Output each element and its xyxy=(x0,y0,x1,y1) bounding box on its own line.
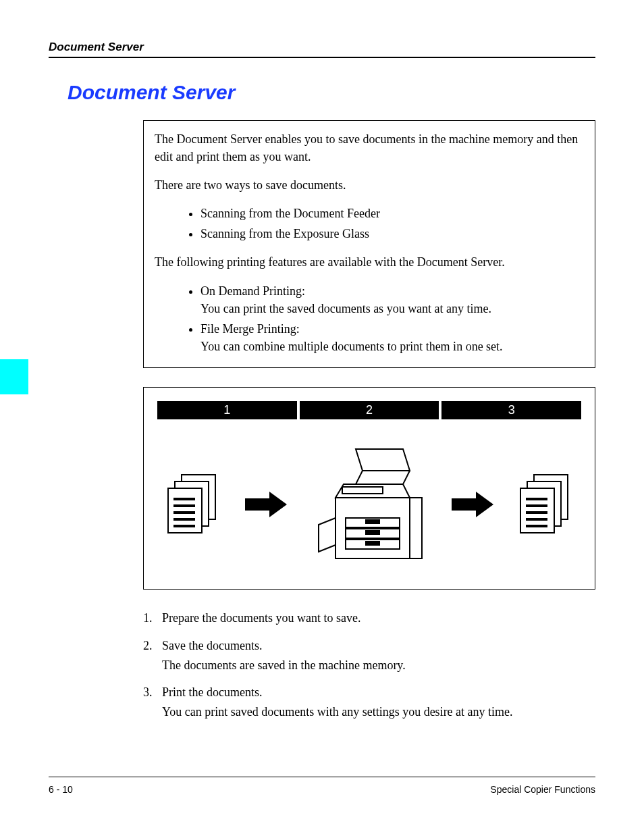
feature-name: File Merge Printing: xyxy=(200,322,300,336)
svg-marker-11 xyxy=(410,498,422,558)
running-head: Document Server xyxy=(49,41,595,58)
documents-icon xyxy=(515,471,576,538)
step-text: Save the documents. The documents are sa… xyxy=(162,636,406,675)
page: Document Server Document Server The Docu… xyxy=(0,0,644,834)
intro-p2: There are two ways to save documents. xyxy=(155,176,584,194)
intro-p1: The Document Server enables you to save … xyxy=(155,130,584,165)
diagram-body xyxy=(157,434,581,575)
feature-name: On Demand Printing: xyxy=(200,284,305,298)
svg-marker-23 xyxy=(452,492,493,517)
diagram-label-2: 2 xyxy=(300,401,439,419)
step-text: Print the documents. You can print saved… xyxy=(162,683,513,722)
step-number: 1. xyxy=(143,608,162,628)
features-list: On Demand Printing: You can print the sa… xyxy=(200,282,584,355)
list-item: Scanning from the Document Feeder xyxy=(200,205,584,222)
svg-rect-20 xyxy=(366,520,379,523)
process-diagram: 1 2 3 xyxy=(143,387,595,590)
step-item: 1. Prepare the documents you want to sav… xyxy=(143,608,595,628)
page-number: 6 - 10 xyxy=(49,784,73,795)
list-item: File Merge Printing: You can combine mul… xyxy=(200,320,584,355)
copier-machine-icon xyxy=(308,444,430,565)
svg-marker-8 xyxy=(245,492,287,517)
step-title: Save the documents. xyxy=(162,639,262,652)
page-footer: 6 - 10 Special Copier Functions xyxy=(49,777,595,795)
diagram-label-1: 1 xyxy=(157,401,297,419)
intro-box: The Document Server enables you to save … xyxy=(143,120,595,368)
svg-marker-10 xyxy=(319,518,336,552)
svg-rect-21 xyxy=(366,531,379,534)
list-item: On Demand Printing: You can print the sa… xyxy=(200,282,584,317)
arrow-right-icon xyxy=(452,492,493,517)
ways-list: Scanning from the Document Feeder Scanni… xyxy=(200,205,584,242)
step-sub: You can print saved documents with any s… xyxy=(162,702,513,722)
feature-desc: You can print the saved documents as you… xyxy=(200,300,584,317)
step-sub: The documents are saved in the machine m… xyxy=(162,656,406,675)
steps-list: 1. Prepare the documents you want to sav… xyxy=(143,608,595,722)
svg-line-14 xyxy=(356,471,363,484)
step-number: 2. xyxy=(143,636,162,675)
svg-marker-13 xyxy=(356,449,410,471)
list-item: Scanning from the Exposure Glass xyxy=(200,225,584,242)
svg-line-15 xyxy=(403,471,410,484)
feature-desc: You can combine multiple documents to pr… xyxy=(200,338,584,355)
step-item: 3. Print the documents. You can print sa… xyxy=(143,683,595,722)
step-text: Prepare the documents you want to save. xyxy=(162,608,360,628)
intro-p3: The following printing features are avai… xyxy=(155,253,584,271)
step-title: Print the documents. xyxy=(162,685,262,699)
diagram-header: 1 2 3 xyxy=(157,401,581,419)
arrow-right-icon xyxy=(245,492,287,517)
svg-rect-22 xyxy=(366,542,379,545)
step-item: 2. Save the documents. The documents are… xyxy=(143,636,595,675)
section-name: Special Copier Functions xyxy=(490,784,595,795)
step-title: Prepare the documents you want to save. xyxy=(162,611,360,625)
content-area: The Document Server enables you to save … xyxy=(143,120,595,722)
step-number: 3. xyxy=(143,683,162,722)
diagram-label-3: 3 xyxy=(441,401,581,419)
svg-rect-16 xyxy=(342,487,383,494)
page-title: Document Server xyxy=(68,81,595,104)
documents-icon xyxy=(163,471,223,538)
